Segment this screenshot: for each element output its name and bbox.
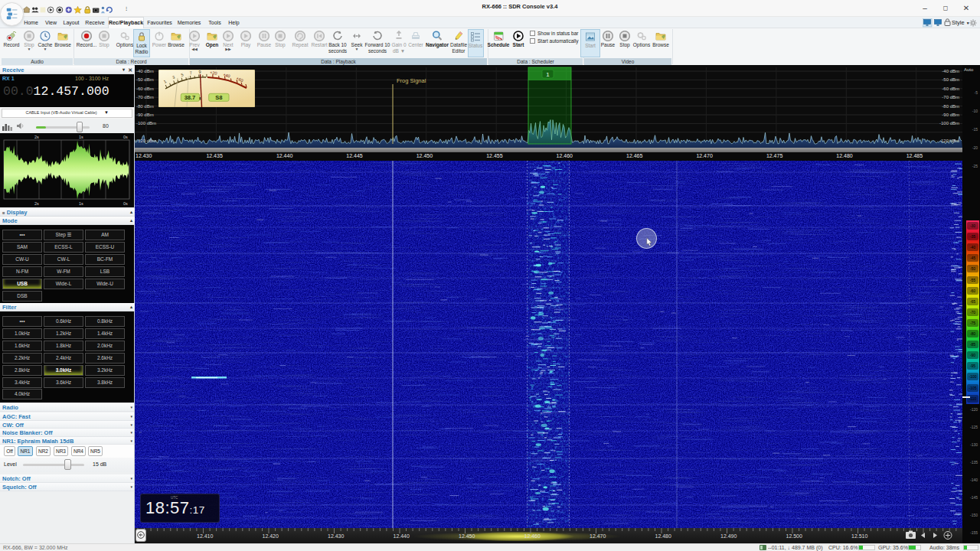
svg-text:1: 1 bbox=[546, 71, 550, 78]
svg-text:S8: S8 bbox=[215, 94, 222, 101]
svg-text:38.7: 38.7 bbox=[185, 94, 196, 101]
svg-text:Frog Signal: Frog Signal bbox=[397, 77, 426, 84]
svg-text:9: 9 bbox=[199, 70, 201, 74]
